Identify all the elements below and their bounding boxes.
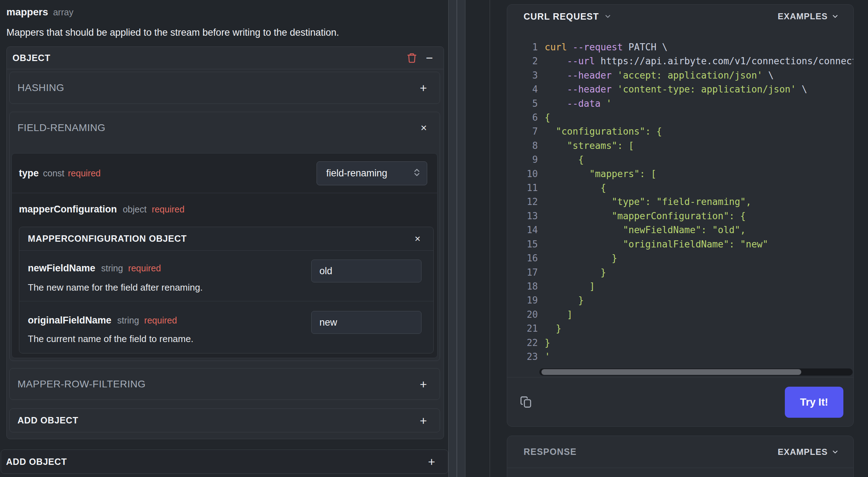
field-renaming-section: FIELD-RENAMING × type const required fie…	[9, 112, 440, 361]
curl-request-title[interactable]: CURL REQUEST	[524, 11, 599, 22]
examples-dropdown[interactable]: EXAMPLES	[778, 11, 828, 21]
collapse-object-button[interactable]: −	[426, 52, 433, 64]
line-number: 15	[507, 237, 538, 251]
type-property-row: type const required field-renaming	[12, 154, 437, 193]
code-line: 9 {	[507, 153, 853, 167]
left-column-scroll-gutter	[457, 0, 465, 477]
line-number: 14	[507, 223, 538, 237]
add-object-plus-icon[interactable]: +	[420, 415, 427, 427]
response-header: RESPONSE EXAMPLES	[507, 436, 853, 468]
code-line: 12 "type": "field-renaming",	[507, 195, 853, 209]
curl-request-card: CURL REQUEST EXAMPLES 1curl --request PA…	[507, 4, 854, 427]
line-number: 18	[507, 280, 538, 293]
line-number: 23	[507, 350, 538, 364]
code-line: 3 --header 'accept: application/json' \	[507, 69, 853, 82]
hashing-title: HASHING	[17, 82, 64, 94]
chevron-down-icon[interactable]	[831, 448, 839, 456]
mapper-configuration-panel-title: MAPPERCONFIGURATION OBJECT	[28, 234, 187, 244]
line-number: 11	[507, 181, 538, 195]
new-field-name-input[interactable]	[311, 260, 422, 282]
copy-icon[interactable]	[519, 395, 533, 409]
code-text: '	[538, 350, 550, 364]
chevron-down-icon[interactable]	[831, 12, 839, 20]
code-text: "mapperConfiguration": {	[538, 209, 746, 223]
code-line: 5 --data '	[507, 97, 853, 111]
expand-row-filtering-icon[interactable]: +	[420, 378, 427, 390]
scrollbar-thumb[interactable]	[541, 369, 801, 375]
property-kind: string	[117, 315, 139, 325]
code-line: 15 "originalFieldName": "new"	[507, 237, 853, 251]
line-number: 9	[507, 153, 538, 167]
code-line: 7 "configurations": {	[507, 125, 853, 139]
code-line: 22}	[507, 336, 853, 350]
line-number: 8	[507, 139, 538, 153]
code-line: 17 }	[507, 266, 853, 280]
line-number: 13	[507, 209, 538, 223]
property-kind: object	[123, 204, 147, 214]
code-line: 16 }	[507, 251, 853, 265]
mappers-field-heading: mappers array	[6, 6, 74, 18]
add-object-button-outer[interactable]: ADD OBJECT +	[1, 450, 448, 474]
line-number: 1	[507, 40, 538, 54]
code-line: 14 "newFieldName": "old",	[507, 223, 853, 237]
chevron-down-icon[interactable]	[604, 12, 612, 20]
code-text: --header 'accept: application/json' \	[538, 69, 774, 82]
line-number: 3	[507, 69, 538, 82]
response-title: RESPONSE	[524, 447, 577, 457]
select-stepper-icon	[412, 167, 422, 179]
new-field-name-row: newFieldName string required The new nam…	[19, 251, 433, 301]
line-number: 22	[507, 336, 538, 350]
property-description: The current name of the field to rename.	[28, 333, 193, 345]
property-required-badge: required	[128, 263, 161, 273]
property-required-badge: required	[68, 168, 101, 179]
add-object-button[interactable]: ADD OBJECT +	[9, 408, 440, 432]
line-number: 10	[507, 167, 538, 181]
examples-dropdown[interactable]: EXAMPLES	[778, 447, 828, 457]
line-number: 17	[507, 266, 538, 280]
mapper-configuration-row: mapperConfiguration object required MAPP…	[12, 193, 437, 358]
column-divider	[490, 0, 490, 477]
add-object-outer-label: ADD OBJECT	[6, 457, 67, 467]
type-select[interactable]: field-renaming	[317, 161, 427, 185]
code-line: 8 "streams": [	[507, 139, 853, 153]
curl-request-header: CURL REQUEST EXAMPLES	[507, 5, 853, 28]
curl-code-area: 1curl --request PATCH \2 --url https://a…	[507, 28, 853, 377]
line-number: 5	[507, 97, 538, 111]
code-text: ]	[538, 308, 572, 322]
original-field-name-input[interactable]	[311, 311, 422, 334]
code-text: }	[538, 336, 550, 350]
curl-card-footer: Try It!	[507, 377, 853, 426]
object-card: OBJECT − HASHING + FIELD-RENAMING × type	[6, 46, 444, 439]
line-number: 19	[507, 293, 538, 307]
original-field-name-row: originalFieldName string required The cu…	[19, 301, 433, 353]
code-text: "mappers": [	[538, 167, 656, 181]
code-line: 19 }	[507, 293, 853, 307]
code-text: {	[538, 181, 606, 195]
left-column-scroll-gutter	[448, 0, 457, 477]
line-number: 4	[507, 82, 538, 96]
mapper-row-filtering-title: MAPPER-ROW-FILTERING	[17, 378, 146, 390]
line-number: 7	[507, 125, 538, 139]
code-line: 13 "mapperConfiguration": {	[507, 209, 853, 223]
field-renaming-body: type const required field-renaming mappe…	[11, 153, 438, 358]
code-text: ]	[538, 280, 595, 293]
field-renaming-title: FIELD-RENAMING	[17, 122, 106, 134]
code-line: 20 ]	[507, 308, 853, 322]
expand-hashing-icon[interactable]: +	[420, 82, 427, 94]
close-field-renaming-icon[interactable]: ×	[420, 122, 427, 133]
close-mapper-configuration-icon[interactable]: ×	[415, 234, 420, 244]
mapper-row-filtering-section[interactable]: MAPPER-ROW-FILTERING +	[9, 368, 440, 400]
hashing-section[interactable]: HASHING +	[9, 72, 440, 104]
trash-icon[interactable]	[407, 52, 417, 64]
horizontal-scrollbar[interactable]	[539, 368, 853, 376]
add-object-outer-plus-icon[interactable]: +	[428, 456, 435, 468]
code-line: 11 {	[507, 181, 853, 195]
try-it-button[interactable]: Try It!	[785, 387, 843, 418]
line-number: 21	[507, 322, 538, 336]
property-description: The new name for the field after renamin…	[28, 282, 203, 293]
code-text: }	[538, 266, 606, 280]
code-text: "configurations": {	[538, 125, 662, 139]
mapper-configuration-panel-header: MAPPERCONFIGURATION OBJECT ×	[19, 227, 433, 251]
object-card-header: OBJECT −	[7, 47, 444, 69]
code-text: }	[538, 322, 561, 336]
